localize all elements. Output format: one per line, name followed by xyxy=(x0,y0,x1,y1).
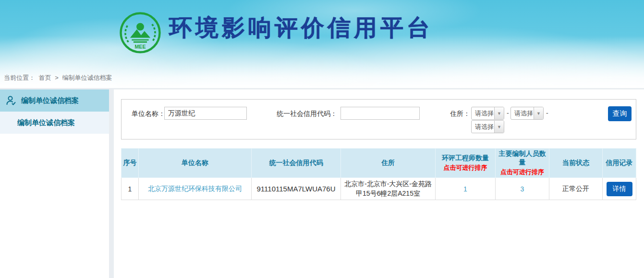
chevron-down-icon[interactable]: ▼ xyxy=(494,121,504,133)
cell-status: 正常公开 xyxy=(549,178,603,200)
unit-name-label: 单位名称： xyxy=(132,110,165,118)
table-header-row: 序号 单位名称 统一社会信用代码 住所 环评工程师数量 点击可进行排序 主要编制… xyxy=(122,149,636,178)
header-status: 当前状态 xyxy=(549,149,603,178)
city-select-value: 请选择 xyxy=(511,109,534,118)
address-dash: - xyxy=(507,109,509,117)
header-credit-code: 统一社会信用代码 xyxy=(252,149,341,178)
page-title: 环境影响评价信用平台 xyxy=(169,15,433,41)
header-address: 住所 xyxy=(341,149,436,178)
cell-unit-name: 北京万源世纪环保科技有限公司 xyxy=(139,178,252,200)
chevron-down-icon[interactable]: ▼ xyxy=(534,107,543,119)
detail-button[interactable]: 详情 xyxy=(607,182,632,196)
breadcrumb-current: 编制单位诚信档案 xyxy=(62,74,112,81)
sort-hint[interactable]: 点击可进行排序 xyxy=(497,168,548,177)
staff-count-link[interactable]: 3 xyxy=(521,185,524,193)
sidebar: 编制单位诚信档案 编制单位诚信档案 xyxy=(0,89,109,278)
site-header: MEE 环境影响评价信用平台 当前位置： 首页 > 编制单位诚信档案 xyxy=(0,0,644,88)
unit-name-link[interactable]: 北京万源世纪环保科技有限公司 xyxy=(148,185,242,192)
cell-credit-code: 91110115MA7LWUA76U xyxy=(252,178,341,200)
address-dash: - xyxy=(546,109,548,117)
header-staff-count-label: 主要编制人员数量 xyxy=(499,150,546,166)
cell-credit-record: 详情 xyxy=(603,178,636,200)
credit-code-label: 统一社会信用代码： xyxy=(277,110,337,118)
header-engineer-count-sortable[interactable]: 环评工程师数量 点击可进行排序 xyxy=(436,149,496,178)
sidebar-item-unit-credit-archive[interactable]: 编制单位诚信档案 xyxy=(0,89,109,112)
sidebar-subitem-unit-credit-archive[interactable]: 编制单位诚信档案 xyxy=(0,112,109,134)
search-panel: 单位名称： 统一社会信用代码： 住所： 请选择 ▼ - 请选择 ▼ - 请选择 … xyxy=(121,99,636,139)
cell-seq: 1 xyxy=(122,178,139,200)
breadcrumb-location-label: 当前位置： xyxy=(4,74,35,81)
sort-hint[interactable]: 点击可进行排序 xyxy=(437,164,494,172)
mee-logo-icon: MEE xyxy=(119,12,161,54)
query-button[interactable]: 查询 xyxy=(608,106,632,121)
main-panel: 单位名称： 统一社会信用代码： 住所： 请选择 ▼ - 请选择 ▼ - 请选择 … xyxy=(114,89,644,278)
province-select[interactable]: 请选择 ▼ xyxy=(471,107,504,120)
results-table-wrap: 序号 单位名称 统一社会信用代码 住所 环评工程师数量 点击可进行排序 主要编制… xyxy=(121,148,636,200)
chevron-down-icon[interactable]: ▼ xyxy=(494,107,504,119)
cell-staff-count: 3 xyxy=(496,178,549,200)
cell-address: 北京市-北京市-大兴区-金苑路甲15号6幢2层A215室 xyxy=(341,178,436,200)
content-area: 编制单位诚信档案 编制单位诚信档案 单位名称： 统一社会信用代码： 住所： 请选… xyxy=(0,88,644,278)
header-seq: 序号 xyxy=(122,149,139,178)
cell-engineer-count: 1 xyxy=(436,178,496,200)
district-select[interactable]: 请选择 ▼ xyxy=(471,120,504,133)
header-credit-record: 信用记录 xyxy=(603,149,636,178)
province-select-value: 请选择 xyxy=(472,109,494,118)
breadcrumb: 当前位置： 首页 > 编制单位诚信档案 xyxy=(4,74,114,82)
engineer-count-link[interactable]: 1 xyxy=(463,185,467,193)
breadcrumb-separator: > xyxy=(55,74,59,81)
sidebar-subitem-label: 编制单位诚信档案 xyxy=(17,118,75,127)
table-row: 1 北京万源世纪环保科技有限公司 91110115MA7LWUA76U 北京市-… xyxy=(122,178,636,200)
header-engineer-count-label: 环评工程师数量 xyxy=(442,154,489,162)
person-check-icon xyxy=(5,95,17,106)
address-label: 住所： xyxy=(450,110,470,118)
header-staff-count-sortable[interactable]: 主要编制人员数量 点击可进行排序 xyxy=(496,149,549,178)
unit-name-input[interactable] xyxy=(164,107,247,120)
svg-text:MEE: MEE xyxy=(135,44,146,50)
district-select-value: 请选择 xyxy=(472,123,494,131)
header-unit-name: 单位名称 xyxy=(139,149,252,178)
sidebar-item-label: 编制单位诚信档案 xyxy=(21,96,79,105)
credit-code-input[interactable] xyxy=(340,107,420,120)
results-table: 序号 单位名称 统一社会信用代码 住所 环评工程师数量 点击可进行排序 主要编制… xyxy=(121,148,636,200)
breadcrumb-home-link[interactable]: 首页 xyxy=(39,74,51,81)
city-select[interactable]: 请选择 ▼ xyxy=(510,107,544,120)
